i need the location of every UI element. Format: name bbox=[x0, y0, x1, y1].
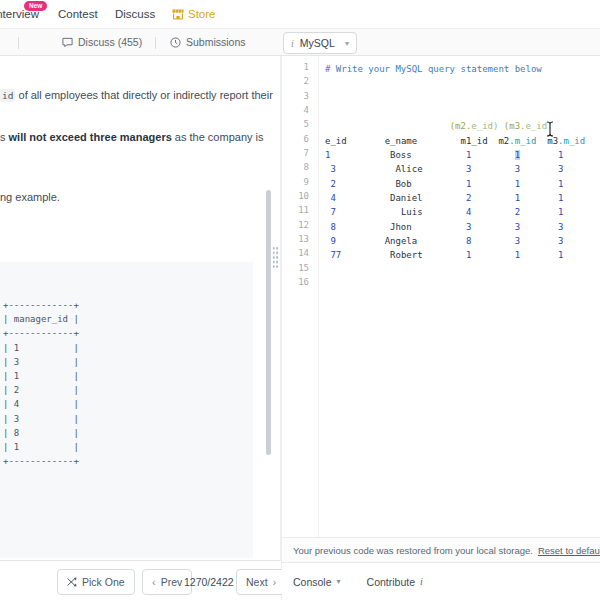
pick-one-button[interactable]: Pick One bbox=[57, 569, 135, 595]
notice-text: Your previous code was restored from you… bbox=[293, 545, 533, 556]
vertical-scrollbar[interactable] bbox=[266, 190, 271, 455]
nav-item-store-label: Store bbox=[188, 8, 216, 20]
nav-item-discuss[interactable]: Discuss bbox=[115, 8, 155, 20]
editor-footer: Console ▾ Contribute i bbox=[282, 563, 600, 600]
example-code-block: +------------+ | manager_id | +---------… bbox=[0, 262, 253, 558]
nav-item-contest[interactable]: Contest bbox=[58, 8, 98, 20]
inline-code-chip: id bbox=[0, 89, 15, 102]
reset-to-default-link[interactable]: Reset to default bbox=[538, 545, 600, 556]
nav-item-store[interactable]: Store bbox=[172, 8, 216, 20]
chevron-right-icon: › bbox=[273, 576, 277, 588]
page: Interview New Contest Discuss Store Disc… bbox=[0, 0, 600, 600]
next-label: Next bbox=[246, 576, 268, 588]
contribute-label: Contribute bbox=[367, 576, 415, 588]
tab-separator bbox=[18, 37, 19, 49]
code-editor[interactable]: 12345678910111213141516 # Write your MyS… bbox=[282, 56, 600, 537]
editor-lines[interactable]: # Write your MySQL query statement below… bbox=[325, 62, 585, 292]
language-info-icon: i bbox=[291, 38, 294, 49]
top-navbar: Interview New Contest Discuss Store bbox=[0, 0, 600, 28]
tab-submissions[interactable]: Submissions bbox=[170, 36, 246, 48]
gutter-border bbox=[318, 56, 319, 537]
tab-submissions-label: Submissions bbox=[186, 36, 246, 48]
chevron-down-icon: ▾ bbox=[337, 577, 341, 586]
panel-drag-handle[interactable] bbox=[272, 246, 279, 270]
tab-discuss-label: Discuss (455) bbox=[78, 36, 142, 48]
code-restored-notice: Your previous code was restored from you… bbox=[282, 537, 600, 563]
tab-separator bbox=[155, 37, 156, 49]
tab-discuss[interactable]: Discuss (455) bbox=[62, 36, 142, 48]
chevron-down-icon: ▾ bbox=[345, 39, 349, 48]
description-paragraph: s will not exceed three managers as the … bbox=[0, 131, 264, 143]
description-paragraph: ng example. bbox=[0, 191, 60, 203]
problem-footer: Pick One ‹ Prev 1270/2422 Next › bbox=[0, 561, 281, 600]
problem-description-panel: id of all employees that directly or ind… bbox=[0, 56, 280, 561]
clock-icon bbox=[170, 37, 181, 48]
example-table: +------------+ | manager_id | +---------… bbox=[3, 298, 79, 468]
new-badge: New bbox=[24, 1, 47, 11]
prev-label: Prev bbox=[161, 576, 183, 588]
problem-counter: 1270/2422 bbox=[184, 576, 234, 588]
info-icon: i bbox=[420, 576, 423, 587]
pick-one-label: Pick One bbox=[82, 576, 125, 588]
chevron-left-icon: ‹ bbox=[152, 576, 156, 588]
language-dropdown[interactable]: i MySQL ▾ bbox=[283, 32, 357, 54]
store-icon bbox=[172, 9, 184, 20]
tab-bar: Discuss (455) Submissions i MySQL ▾ bbox=[0, 28, 600, 56]
next-button[interactable]: Next › bbox=[236, 569, 286, 595]
console-label: Console bbox=[293, 576, 332, 588]
console-button[interactable]: Console ▾ bbox=[293, 576, 341, 588]
language-dropdown-value: MySQL bbox=[300, 37, 335, 49]
speech-bubble-icon bbox=[62, 37, 73, 48]
contribute-button[interactable]: Contribute i bbox=[367, 576, 423, 588]
description-paragraph: id of all employees that directly or ind… bbox=[0, 89, 273, 101]
shuffle-icon bbox=[67, 577, 77, 587]
text-cursor-pointer bbox=[545, 120, 555, 138]
line-number-gutter: 12345678910111213141516 bbox=[282, 62, 318, 292]
